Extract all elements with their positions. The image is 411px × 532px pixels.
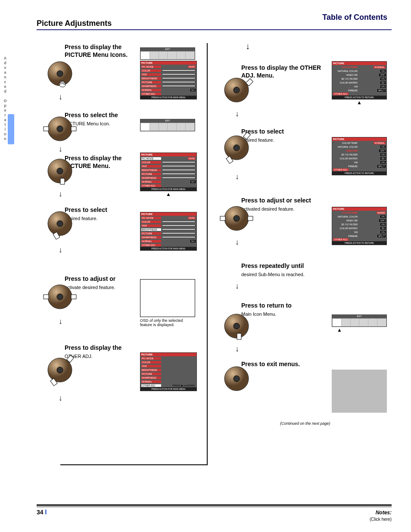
press-hand-icon — [234, 333, 244, 340]
step-caption: Press to return toMain Icon Menu. — [241, 302, 323, 317]
flow-arrow-icon: ↓ — [235, 345, 239, 354]
press-left-icon — [219, 214, 227, 223]
toc-link[interactable]: Table of Contents — [322, 13, 387, 22]
step-caption: Press to adjust oractivate desired featu… — [65, 275, 140, 290]
svg-point-21 — [234, 376, 240, 382]
flow-arrow-icon: ↓ — [235, 172, 239, 181]
notes-sub[interactable]: (Click here) — [370, 517, 392, 522]
press-hand-icon — [58, 80, 67, 88]
osd-other-adj-menu: PICTURE COLOR TEMPWARM NATURAL COLORON V… — [332, 207, 387, 245]
step-caption: Press to display the PICTURE Menu Icons. — [65, 43, 140, 60]
pointer-up-icon: ▲ — [140, 192, 197, 196]
page-number: 34 l — [37, 509, 47, 516]
svg-point-13 — [234, 87, 240, 93]
press-hand-icon — [58, 177, 67, 185]
press-right-icon — [246, 214, 254, 223]
svg-point-11 — [57, 367, 63, 373]
remote-dial-icon — [223, 205, 250, 233]
svg-point-7 — [57, 221, 63, 227]
remote-dial-icon — [47, 210, 73, 238]
footer-subrule — [37, 507, 392, 507]
remote-dial-icon — [223, 77, 250, 104]
remote-dial-icon — [223, 313, 250, 340]
step-caption: Press to selectdesired feature. — [241, 128, 323, 143]
osd-other-adj-menu: PICTURE COLOR TEMPNORMAL NATURAL COLORON… — [332, 61, 387, 100]
side-tab — [8, 114, 14, 144]
remote-dial-icon — [47, 283, 73, 311]
flow-arrow-icon: ↓ — [59, 317, 62, 326]
continued-note: (Continued on the next page) — [280, 421, 330, 426]
flow-arrow-icon: ↓ — [235, 238, 239, 247]
osd-tab-bar: EXIT — [140, 119, 195, 131]
step-caption: Press repeatedly untildesired Sub-Menu i… — [241, 262, 323, 277]
svg-point-9 — [57, 294, 63, 300]
svg-point-3 — [57, 126, 63, 132]
footer-rule — [37, 504, 392, 506]
step-caption: Press to display the PICTURE Menu. — [65, 154, 140, 171]
remote-dial-icon — [47, 115, 73, 143]
osd-tab-bar: EXIT — [332, 314, 387, 327]
column-footer-rule — [60, 464, 208, 465]
osd-other-adj-menu: PICTURE COLOR TEMPNORMAL NATURAL COLORON… — [332, 137, 387, 175]
step-caption: Press to adjust or selectactivated desir… — [241, 196, 323, 212]
press-left-icon — [42, 124, 50, 134]
vertical-section-label: Advanced Operation — [2, 56, 8, 141]
remote-dial-icon — [223, 365, 250, 393]
press-right-icon — [70, 124, 78, 134]
step-caption: Press to display the OTHER ADJ. Menu. — [241, 64, 323, 81]
column-divider — [207, 43, 208, 465]
flow-arrow-icon: ↓ — [59, 190, 62, 199]
svg-point-15 — [234, 145, 240, 151]
flow-arrow-icon: ↓ — [235, 282, 239, 291]
press-right-icon — [70, 292, 78, 302]
osd-picture-menu: PICTURE PIC MODE COLOR TINT BRIGHTNESS P… — [140, 352, 197, 391]
flow-arrow-icon: ↓ — [235, 109, 239, 118]
remote-dial-icon — [47, 60, 73, 88]
flow-arrow-down-icon: ↓ — [246, 41, 250, 51]
osd-picture-menu: PICTURE PIC MODEVIVID COLOR TINT BRIGHTN… — [140, 212, 197, 251]
svg-point-19 — [234, 323, 240, 329]
remote-dial-icon — [47, 158, 73, 185]
step-caption: Press to selectdesired feature. — [65, 206, 140, 221]
pointer-up-icon: ▲ — [332, 100, 387, 105]
pointer-up-icon: ▲ — [337, 328, 387, 332]
remote-dial-icon — [223, 134, 250, 162]
osd-picture-menu: PICTURE PIC MODEVIVID COLOR TINT BRIGHTN… — [140, 152, 197, 191]
flow-arrow-icon: ↓ — [59, 394, 62, 403]
svg-point-1 — [57, 71, 63, 77]
flow-arrow-icon: ↓ — [59, 246, 62, 255]
remote-dial-icon — [47, 357, 73, 384]
press-left-icon — [42, 292, 50, 302]
osd-picture-menu: PICTURE PIC MODEVIVID COLOR TINT BRIGHTN… — [140, 61, 197, 100]
fig-caption: OSD of only the selected feature is disp… — [140, 318, 195, 327]
svg-point-5 — [57, 168, 63, 174]
svg-point-17 — [234, 215, 240, 221]
osd-tab-bar: EXIT — [140, 47, 195, 60]
step-caption: Press to exit menus. — [241, 360, 323, 370]
flow-arrow-icon: ↓ — [59, 93, 62, 102]
notes-link[interactable]: Notes: — [376, 510, 392, 516]
osd-placeholder-box — [140, 279, 195, 317]
header-rule — [37, 29, 392, 30]
blank-screen-box — [332, 370, 387, 413]
section-title: Picture Adjustments — [37, 19, 112, 28]
flow-arrow-icon: ↓ — [59, 145, 62, 154]
step-caption: Press to display theOTHER ADJ. — [65, 344, 140, 359]
